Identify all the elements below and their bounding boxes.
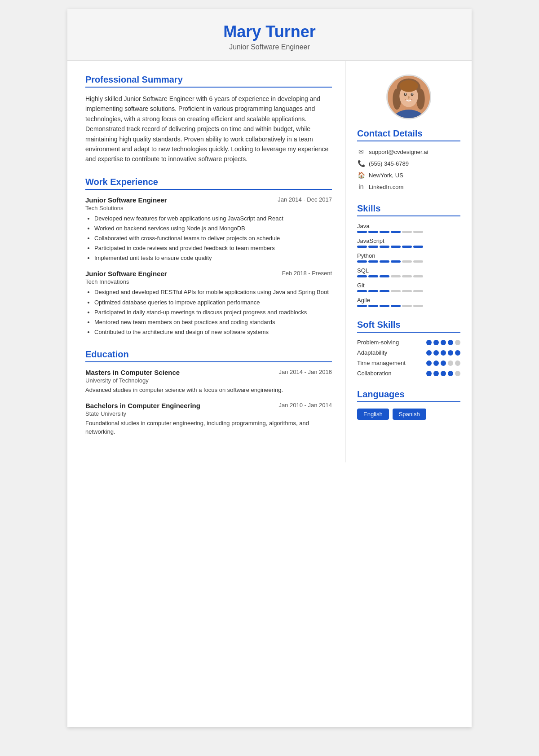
job-bullets: Designed and developed RESTful APIs for … bbox=[94, 288, 332, 337]
skills-section: Skills JavaJavaScriptPythonSQLGitAgile bbox=[357, 203, 460, 307]
skill-dash bbox=[368, 275, 378, 277]
languages-title: Languages bbox=[357, 389, 460, 402]
skill-bar bbox=[357, 231, 460, 233]
job-title: Junior Software Engineer bbox=[85, 270, 167, 277]
skill-row: Git bbox=[357, 282, 460, 292]
languages-section: Languages EnglishSpanish bbox=[357, 389, 460, 420]
soft-skill-name: Collaboration bbox=[357, 370, 392, 377]
job-company: Tech Solutions bbox=[85, 205, 332, 211]
skill-dash bbox=[357, 246, 367, 248]
skill-dot bbox=[426, 350, 432, 356]
svg-point-10 bbox=[411, 93, 413, 95]
email-icon: ✉ bbox=[357, 148, 365, 156]
skill-dot bbox=[433, 360, 439, 366]
skill-dot bbox=[441, 340, 446, 345]
skill-dash bbox=[357, 305, 367, 307]
skill-dot bbox=[426, 371, 432, 376]
skill-dot bbox=[455, 350, 460, 356]
edu-school: State University bbox=[85, 410, 332, 417]
skill-dot bbox=[426, 340, 432, 345]
soft-skill-row: Adaptability bbox=[357, 349, 460, 356]
job-bullets: Developed new features for web applicati… bbox=[94, 214, 332, 263]
avatar-container bbox=[357, 75, 460, 119]
soft-skill-name: Adaptability bbox=[357, 349, 387, 356]
language-badge: Spanish bbox=[393, 409, 426, 420]
skill-row: Python bbox=[357, 252, 460, 263]
contact-location: 🏠 NewYork, US bbox=[357, 171, 460, 179]
skills-title: Skills bbox=[357, 203, 460, 216]
skill-dots bbox=[426, 360, 460, 366]
skill-dash bbox=[402, 231, 412, 233]
skill-dot bbox=[433, 340, 439, 345]
skill-dot bbox=[448, 350, 453, 356]
soft-skill-name: Time management bbox=[357, 360, 406, 366]
job-entry: Junior Software EngineerFeb 2018 - Prese… bbox=[85, 270, 332, 337]
skill-dash bbox=[391, 260, 401, 263]
edu-degree: Masters in Computer Science bbox=[85, 369, 180, 376]
languages-list: EnglishSpanish bbox=[357, 409, 460, 420]
phone-value: (555) 345-6789 bbox=[369, 160, 409, 167]
contact-linkedin: in LinkedIn.com bbox=[357, 183, 460, 191]
job-title: Junior Software Engineer bbox=[85, 196, 167, 204]
skill-dash bbox=[413, 290, 423, 292]
skill-bar bbox=[357, 305, 460, 307]
summary-text: Highly skilled Junior Software Engineer … bbox=[85, 94, 332, 164]
soft-skill-row: Problem-solving bbox=[357, 339, 460, 346]
skill-dot bbox=[433, 350, 439, 356]
skill-dash bbox=[368, 246, 378, 248]
skill-row: SQL bbox=[357, 267, 460, 277]
skill-dash bbox=[368, 260, 378, 263]
skill-dot bbox=[426, 360, 432, 366]
skill-dash bbox=[413, 260, 423, 263]
soft-skills-list: Problem-solvingAdaptabilityTime manageme… bbox=[357, 339, 460, 377]
skill-dot bbox=[455, 360, 460, 366]
skill-dash bbox=[368, 305, 378, 307]
list-item: Designed and developed RESTful APIs for … bbox=[94, 288, 332, 297]
skill-dash bbox=[380, 246, 389, 248]
skill-row: JavaScript bbox=[357, 237, 460, 248]
list-item: Participated in daily stand-up meetings … bbox=[94, 308, 332, 317]
skill-dash bbox=[413, 275, 423, 277]
list-item: Developed new features for web applicati… bbox=[94, 214, 332, 223]
edu-desc: Foundational studies in computer enginee… bbox=[85, 419, 332, 436]
skill-dot bbox=[455, 340, 460, 345]
skill-bar bbox=[357, 246, 460, 248]
job-company: Tech Innovations bbox=[85, 278, 332, 285]
list-item: Collaborated with cross-functional teams… bbox=[94, 234, 332, 243]
education-entry: Masters in Computer ScienceJan 2014 - Ja… bbox=[85, 369, 332, 395]
main-content: Professional Summary Highly skilled Juni… bbox=[67, 61, 472, 462]
skill-dot bbox=[433, 371, 439, 376]
skill-dash bbox=[357, 275, 367, 277]
list-item: Participated in code reviews and provide… bbox=[94, 244, 332, 253]
skill-dash bbox=[391, 275, 401, 277]
skill-row: Agile bbox=[357, 297, 460, 307]
resume-container: Mary Turner Junior Software Engineer Pro… bbox=[67, 9, 472, 727]
soft-skill-row: Collaboration bbox=[357, 370, 460, 377]
location-value: NewYork, US bbox=[369, 172, 403, 179]
avatar bbox=[386, 75, 431, 119]
work-experience-section: Work Experience Junior Software Engineer… bbox=[85, 177, 332, 337]
skill-dot bbox=[448, 340, 453, 345]
edu-dates: Jan 2014 - Jan 2016 bbox=[278, 369, 332, 375]
candidate-title: Junior Software Engineer bbox=[85, 43, 454, 51]
skill-dash bbox=[380, 231, 389, 233]
skill-dash bbox=[391, 290, 401, 292]
skills-list: JavaJavaScriptPythonSQLGitAgile bbox=[357, 223, 460, 307]
skill-dash bbox=[380, 275, 389, 277]
skill-row: Java bbox=[357, 223, 460, 233]
work-experience-title: Work Experience bbox=[85, 177, 332, 190]
svg-point-6 bbox=[399, 80, 418, 92]
skill-dot bbox=[441, 371, 446, 376]
education-list: Masters in Computer ScienceJan 2014 - Ja… bbox=[85, 369, 332, 436]
list-item: Contributed to the architecture and desi… bbox=[94, 328, 332, 337]
skill-name: Java bbox=[357, 223, 460, 229]
skill-dot bbox=[441, 360, 446, 366]
header-section: Mary Turner Junior Software Engineer bbox=[67, 9, 472, 61]
skill-dots bbox=[426, 371, 460, 376]
skill-dash bbox=[413, 305, 423, 307]
list-item: Worked on backend services using Node.js… bbox=[94, 224, 332, 233]
skill-dot bbox=[448, 371, 453, 376]
contact-phone: 📞 (555) 345-6789 bbox=[357, 159, 460, 167]
phone-icon: 📞 bbox=[357, 159, 365, 167]
skill-bar bbox=[357, 260, 460, 263]
